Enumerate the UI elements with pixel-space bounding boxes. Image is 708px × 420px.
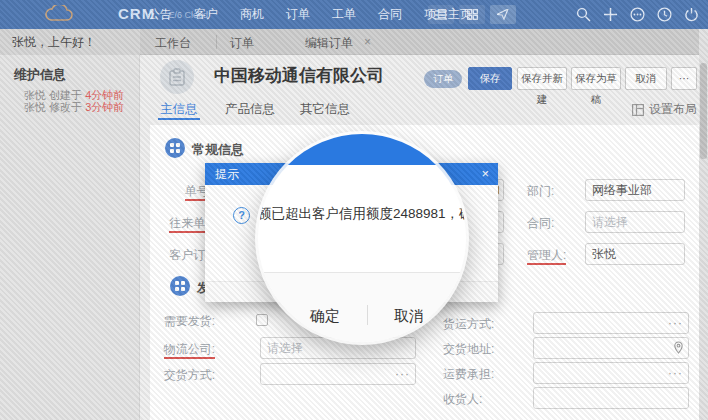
- tab-main-info[interactable]: 主信息: [160, 101, 198, 118]
- location-pin-icon[interactable]: [673, 341, 684, 354]
- freight-bearer-label: 运费承担:: [443, 366, 494, 383]
- dialog-cancel-button[interactable]: 取消: [394, 307, 424, 326]
- tab-workbench[interactable]: 工作台: [155, 35, 191, 52]
- tab-other-info[interactable]: 其它信息: [300, 101, 350, 118]
- tab-edit-order[interactable]: 编辑订单: [305, 35, 353, 52]
- cloud-logo-icon: [42, 5, 78, 24]
- add-icon[interactable]: [603, 7, 618, 22]
- customer-order-label: 客户订..: [150, 247, 212, 264]
- record-avatar: [160, 60, 194, 94]
- partner-label: 往来单..: [150, 215, 212, 232]
- delivery-method-input[interactable]: ···: [260, 363, 416, 385]
- page-title: 中国移动通信有限公司: [214, 64, 384, 87]
- manager-input[interactable]: 张悦: [585, 243, 685, 265]
- layout-settings-label: 设置布局: [649, 101, 697, 118]
- nav-contract[interactable]: 合同: [378, 6, 402, 23]
- modified-prefix: 张悦 修改于: [24, 101, 82, 113]
- contract-placeholder: 请选择: [592, 215, 628, 229]
- consignee-label: 收货人:: [443, 391, 482, 408]
- more-button[interactable]: ···: [671, 67, 697, 90]
- active-tab-underline: [158, 118, 200, 120]
- power-icon[interactable]: [684, 7, 699, 22]
- modified-info: 张悦 修改于 3分钟前: [24, 100, 124, 115]
- delivery-address-label: 交货地址:: [443, 341, 494, 358]
- cancel-button[interactable]: 取消: [625, 67, 667, 90]
- topbar-actions: [576, 0, 699, 29]
- nav-order[interactable]: 订单: [286, 6, 310, 23]
- general-info-section-title: 常规信息: [192, 141, 244, 159]
- delivery-address-input[interactable]: [533, 337, 689, 359]
- freight-method-input[interactable]: ···: [533, 312, 689, 334]
- manager-value: 张悦: [592, 247, 616, 261]
- general-info-section-icon: [165, 138, 185, 158]
- grid-view-icon[interactable]: [459, 5, 485, 24]
- ellipsis-picker-icon[interactable]: ···: [668, 363, 683, 383]
- freight-method-label: 货运方式:: [443, 316, 494, 333]
- nav-announcement[interactable]: 公告: [148, 6, 172, 23]
- logistics-company-input[interactable]: 请选择: [260, 337, 416, 359]
- contract-input[interactable]: 请选择: [585, 211, 685, 233]
- clock-icon[interactable]: [657, 7, 672, 22]
- save-draft-button[interactable]: 保存为草稿: [571, 67, 621, 90]
- crm-app: CRM · E/6 Cloud 公告 客户 商机 订单 工单 合同 项目主页: [0, 0, 708, 420]
- nav-customer[interactable]: 客户: [194, 6, 218, 23]
- department-value: 网络事业部: [592, 183, 652, 197]
- need-shipping-checkbox[interactable]: [256, 314, 268, 326]
- save-button[interactable]: 保存: [468, 67, 512, 90]
- layout-settings-button[interactable]: 设置布局: [632, 101, 697, 118]
- view-switcher: [428, 5, 516, 24]
- delivery-method-label: 交货方式:: [150, 367, 215, 384]
- nav-opportunity[interactable]: 商机: [240, 6, 264, 23]
- department-input[interactable]: 网络事业部: [585, 179, 685, 201]
- layout-icon: [632, 104, 644, 116]
- logistics-company-label-text: 物流公司:: [164, 342, 215, 359]
- scrollbar-thumb[interactable]: [700, 63, 707, 159]
- modified-time: 3分钟前: [85, 101, 124, 113]
- order-no-label: 单号:: [150, 183, 212, 200]
- maintenance-info-title: 维护信息: [14, 66, 66, 84]
- top-navigation: 公告 客户 商机 订单 工单 合同 项目主页: [148, 0, 472, 29]
- freight-bearer-input[interactable]: ···: [533, 362, 689, 384]
- shipping-info-section-icon: [170, 276, 190, 296]
- question-icon: ?: [233, 207, 250, 224]
- manager-label: 管理人:: [527, 247, 566, 264]
- department-label: 部门:: [527, 183, 554, 200]
- ellipsis-picker-icon[interactable]: ···: [668, 313, 683, 333]
- scrollbar-track[interactable]: [699, 29, 708, 420]
- search-icon[interactable]: [576, 7, 591, 22]
- ellipsis-picker-icon[interactable]: ···: [395, 364, 410, 384]
- tab-divider: [216, 35, 217, 49]
- order-type-badge: 订单: [424, 70, 462, 88]
- list-view-icon[interactable]: [428, 5, 454, 24]
- consignee-input[interactable]: [533, 387, 689, 409]
- contract-label: 合同:: [527, 215, 554, 232]
- logistics-company-placeholder: 请选择: [267, 341, 303, 355]
- footer-button-divider: [367, 305, 368, 325]
- need-shipping-label: 需要发货:: [150, 313, 215, 330]
- manager-label-text: 管理人:: [527, 248, 566, 265]
- save-and-new-button[interactable]: 保存并新建: [517, 67, 567, 90]
- topbar: CRM · E/6 Cloud 公告 客户 商机 订单 工单 合同 项目主页: [0, 0, 708, 29]
- more-circle-icon[interactable]: [630, 7, 645, 22]
- window-tabstrip: 工作台 订单 编辑订单 ×: [140, 29, 708, 55]
- magnifier-lens: 额已超出客户信用额度2488981，确定 确定 取消: [258, 134, 466, 342]
- greeting-bar: 张悦，上午好！: [0, 29, 139, 55]
- magnified-dialog-message: 额已超出客户信用额度2488981，确定: [258, 205, 466, 223]
- dialog-close-icon[interactable]: ×: [481, 166, 489, 182]
- send-icon[interactable]: [490, 5, 516, 24]
- tab-product-info[interactable]: 产品信息: [225, 101, 275, 118]
- confirm-button[interactable]: 确定: [310, 307, 340, 326]
- nav-workorder[interactable]: 工单: [332, 6, 356, 23]
- tab-order[interactable]: 订单: [230, 35, 254, 52]
- logistics-company-label: 物流公司:: [150, 341, 215, 358]
- sidebar: 张悦，上午好！ 维护信息 张悦 创建于 4分钟前 张悦 修改于 3分钟前: [0, 29, 140, 420]
- tab-close-icon[interactable]: ×: [364, 35, 371, 49]
